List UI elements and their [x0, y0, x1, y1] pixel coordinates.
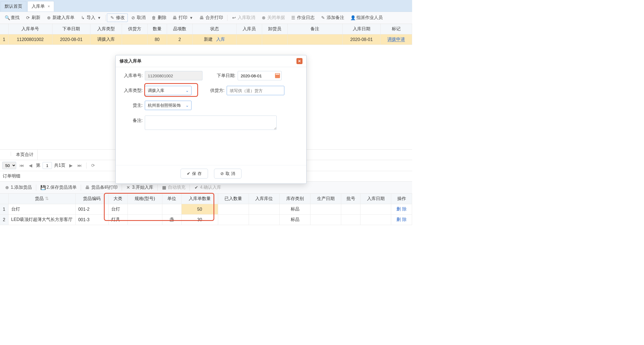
barcode-print-button[interactable]: 🖶货品条码打印 — [82, 183, 121, 192]
col-rownum — [0, 24, 8, 34]
confirm-in-button: ✔4.确认入库 — [191, 183, 224, 192]
col-orderdate[interactable]: 下单日期 — [52, 24, 90, 34]
add-remark-button[interactable]: ✎添加备注 — [318, 13, 347, 22]
cell-code: 001-3 — [75, 215, 108, 225]
status-link[interactable]: 入库 — [216, 37, 225, 42]
dcol-batch[interactable]: 批号 — [341, 194, 360, 204]
col-unload[interactable]: 卸货员 — [262, 24, 287, 34]
remark-textarea[interactable] — [145, 116, 277, 130]
supplier-input[interactable] — [227, 86, 284, 95]
dialog-close-button[interactable]: ✕ — [296, 58, 302, 64]
import-button[interactable]: ↳导入▾ — [77, 13, 104, 22]
merge-print-button[interactable]: 🖶合并打印 — [196, 13, 226, 22]
refresh-button[interactable]: ⟳刷新 — [23, 13, 43, 22]
mark-link[interactable]: 调拨申请 — [387, 37, 405, 42]
page-size-select[interactable]: 50 — [2, 162, 16, 169]
tab-home[interactable]: 默认首页 — [1, 1, 26, 12]
page-next-button[interactable]: ▶ — [68, 162, 74, 169]
separator — [227, 15, 227, 21]
assign-button[interactable]: 👤指派作业人员 — [347, 13, 386, 22]
col-remark[interactable]: 备注 — [287, 24, 342, 34]
new-button[interactable]: ⊕新建入库单 — [43, 13, 77, 22]
dcol-unit[interactable]: 单位 — [162, 194, 181, 204]
delete-button[interactable]: 🗑删除 — [149, 13, 170, 22]
close-doc-button: ⊗关闭单据 — [258, 13, 288, 22]
owner-select[interactable]: 杭州首创照明装饰 ⌄ — [145, 101, 191, 110]
dcol-proddate[interactable]: 生产日期 — [310, 194, 341, 204]
dcol-op[interactable]: 操作 — [391, 194, 412, 204]
page-number-input[interactable] — [43, 162, 52, 169]
calendar-icon[interactable] — [275, 73, 280, 78]
dcol-code[interactable]: 货品编码 — [75, 194, 108, 204]
cancel-icon: ⊘ — [220, 171, 224, 176]
page-sum-label: 本页合计 — [12, 150, 38, 160]
dcol-doneqty[interactable]: 已入数量 — [218, 194, 249, 204]
detail-row[interactable]: 1台灯001-2台灯50标品删 除 — [0, 204, 412, 215]
page-last-button[interactable]: ⏭ — [76, 162, 83, 169]
dialog-cancel-button[interactable]: ⊘取 消 — [214, 169, 241, 179]
tab-current[interactable]: 入库单 × — [27, 1, 54, 12]
dcol-cat[interactable]: 大类 — [108, 194, 127, 204]
page-total-label: 共1页 — [54, 163, 65, 168]
dialog-header[interactable]: 修改入库单 ✕ — [116, 55, 306, 67]
row-delete-link[interactable]: 删 除 — [396, 217, 406, 222]
chevron-down-icon: ▾ — [97, 15, 101, 20]
col-mark[interactable]: 标记 — [381, 24, 412, 34]
cell-cat: 台灯 — [108, 204, 127, 215]
refresh-icon: ⟳ — [26, 15, 30, 20]
cell-supplier — [122, 34, 147, 45]
add-goods-button[interactable]: ⊕1.添加货品 — [2, 183, 35, 192]
col-qty[interactable]: 数量 — [147, 24, 167, 34]
import-icon: ↳ — [80, 15, 85, 20]
col-inuser[interactable]: 入库员 — [237, 24, 262, 34]
col-indate[interactable]: 入库日期 — [342, 24, 381, 34]
edit-button[interactable]: ✎修改 — [107, 13, 128, 22]
page-first-button[interactable]: ⏮ — [18, 162, 25, 169]
col-no[interactable]: 入库单号 — [8, 24, 52, 34]
table-row[interactable]: 1 11200801002 2020-08-01 调拨入库 80 2 新建 入库… — [0, 34, 412, 45]
plus-icon: ⊕ — [46, 15, 51, 20]
dcol-inqty[interactable]: 入库单数量 — [181, 194, 218, 204]
cell-proddate — [310, 215, 341, 225]
cell-mark: 调拨申请 — [381, 34, 412, 45]
log-button[interactable]: ☰作业日志 — [288, 13, 318, 22]
date-label: 下单日期: — [213, 73, 235, 79]
cancel-button[interactable]: ⊘取消 — [128, 13, 149, 22]
cell-doneqty — [218, 204, 249, 215]
detail-table-wrap: 货品 ⇅ 货品编码 大类 规格(型号) 单位 入库单数量 已入数量 入库库位 库… — [0, 194, 412, 225]
dcol-goods[interactable]: 货品 ⇅ — [8, 194, 75, 204]
cell-no: 11200801002 — [8, 34, 52, 45]
page-refresh-button[interactable]: ⟳ — [90, 162, 96, 169]
cell-inqty[interactable]: 30 — [181, 215, 218, 225]
dialog-save-button[interactable]: ✔保 存 — [181, 169, 208, 179]
close-icon[interactable]: × — [48, 4, 50, 9]
col-status[interactable]: 状态 — [193, 24, 237, 34]
dcol-stocktype[interactable]: 库存类别 — [279, 194, 310, 204]
plus-icon: ⊕ — [5, 185, 9, 190]
dcol-spec[interactable]: 规格(型号) — [127, 194, 162, 204]
col-sku[interactable]: 品项数 — [167, 24, 193, 34]
type-label: 入库类型: — [121, 88, 143, 94]
cell-inqty[interactable]: 50 — [181, 204, 218, 215]
detail-table: 货品 ⇅ 货品编码 大类 规格(型号) 单位 入库单数量 已入数量 入库库位 库… — [0, 194, 412, 225]
print-button[interactable]: 🖶打印▾ — [170, 13, 196, 22]
col-type[interactable]: 入库类型 — [90, 24, 122, 34]
dcol-indate[interactable]: 入库日期 — [360, 194, 391, 204]
cell-cat: 灯具 — [108, 215, 127, 225]
dcol-loc[interactable]: 入库库位 — [249, 194, 279, 204]
remark-label: 备注: — [121, 116, 143, 124]
start-in-button[interactable]: ✕3.开始入库 — [123, 183, 156, 192]
in-cancel-button: ↩入库取消 — [229, 13, 258, 22]
close-circle-icon: ⊗ — [261, 15, 266, 20]
page-prev-button[interactable]: ◀ — [27, 162, 34, 169]
cell-unload — [262, 34, 287, 45]
find-button[interactable]: 🔍查找 — [2, 13, 23, 22]
shuffle-icon: ✕ — [126, 185, 131, 190]
save-goods-button[interactable]: 💾2.保存货品清单 — [37, 183, 79, 192]
row-delete-link[interactable]: 删 除 — [396, 207, 406, 211]
type-select[interactable]: 调拨入库 ⌄ — [145, 86, 191, 95]
col-supplier[interactable]: 供货方 — [122, 24, 147, 34]
detail-row[interactable]: 2LED吸顶灯超薄大气长方形客厅001-3灯具盏30标品删 除 — [0, 215, 412, 225]
cell-remark — [287, 34, 342, 45]
cell-stocktype: 标品 — [279, 215, 310, 225]
